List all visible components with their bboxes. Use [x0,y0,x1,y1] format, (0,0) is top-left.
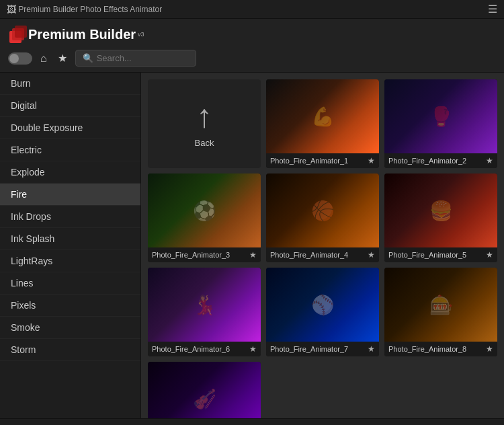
media-cell-6[interactable]: 💃Photo_Fire_Animator_6★ [148,268,261,356]
items-grid: ↑ Back 💪Photo_Fire_Animator_1★🥊Photo_Fir… [148,79,497,418]
cell-label-3: Photo_Fire_Animator_3★ [148,247,261,262]
sidebar-item-burn[interactable]: Burn [0,73,140,95]
back-arrow-icon: ↑ [196,100,212,132]
search-input[interactable] [97,53,189,63]
home-button[interactable]: ⌂ [38,51,50,66]
sidebar-item-smoke[interactable]: Smoke [0,317,140,339]
thumbnail-9: 🎻 [148,362,261,418]
sidebar-item-digital[interactable]: Digital [0,95,140,117]
sidebar-item-ink-splash[interactable]: Ink Splash [0,228,140,250]
sidebar-item-explode[interactable]: Explode [0,161,140,184]
toggle-button[interactable] [8,52,32,65]
thumbnail-4: 🏀 [266,173,379,247]
content-area: ↑ Back 💪Photo_Fire_Animator_1★🥊Photo_Fir… [141,73,504,418]
header: Premium Builder v3 ⌂ ★ 🔍 [0,19,504,73]
thumbnail-1: 💪 [266,79,379,153]
sidebar-item-lines[interactable]: Lines [0,272,140,295]
thumbnail-8: 🎰 [384,268,497,342]
cell-label-8: Photo_Fire_Animator_8★ [384,342,497,356]
brand-version: v3 [138,31,144,38]
media-cell-7[interactable]: ⚾Photo_Fire_Animator_7★ [266,268,379,356]
media-cell-9[interactable]: 🎻Photo_Fire_Animator_9★ [148,362,261,418]
sidebar-item-storm[interactable]: Storm [0,339,140,361]
media-cell-4[interactable]: 🏀Photo_Fire_Animator_4★ [266,173,379,262]
media-cell-2[interactable]: 🥊Photo_Fire_Animator_2★ [384,79,497,168]
media-cell-3[interactable]: ⚽Photo_Fire_Animator_3★ [148,173,261,262]
cell-label-5: Photo_Fire_Animator_5★ [384,247,497,262]
sidebar-item-double-exposure[interactable]: Double Exposure [0,117,140,139]
menu-icon[interactable]: ☰ [488,3,497,15]
cell-label-2: Photo_Fire_Animator_2★ [384,153,497,168]
brand-logo [8,24,28,44]
thumbnail-2: 🥊 [384,79,497,153]
sidebar-item-ink-drops[interactable]: Ink Drops [0,206,140,228]
thumbnail-6: 💃 [148,268,261,342]
svg-rect-2 [15,26,27,38]
sidebar-item-pixels[interactable]: Pixels [0,295,140,317]
back-label: Back [195,138,214,148]
sidebar-item-lightrays[interactable]: LightRays [0,250,140,272]
favorites-button[interactable]: ★ [55,50,70,66]
footer: Designed and developed by Premiumb. ⊞ ⊟ [0,418,504,425]
sidebar-item-electric[interactable]: Electric [0,139,140,161]
brand-name: Premium Builder [28,27,136,42]
title-bar: 🖼 Premium Builder Photo Effects Animator… [0,0,504,19]
sidebar: BurnDigitalDouble ExposureElectricExplod… [0,73,141,418]
cell-label-7: Photo_Fire_Animator_7★ [266,342,379,356]
media-cell-8[interactable]: 🎰Photo_Fire_Animator_8★ [384,268,497,356]
sidebar-item-fire[interactable]: Fire [0,184,140,206]
media-cell-5[interactable]: 🍔Photo_Fire_Animator_5★ [384,173,497,262]
view-grid-button[interactable]: ⊞ [457,421,468,425]
media-cell-1[interactable]: 💪Photo_Fire_Animator_1★ [266,79,379,168]
app-icon: 🖼 [7,4,16,15]
main-layout: BurnDigitalDouble ExposureElectricExplod… [0,73,504,418]
search-icon: 🔍 [83,53,93,63]
thumbnail-7: ⚾ [266,268,379,342]
search-box[interactable]: 🔍 [75,50,196,67]
thumbnail-5: 🍔 [384,173,497,247]
back-button[interactable]: ↑ Back [148,79,261,168]
thumbnail-3: ⚽ [148,173,261,247]
cell-label-6: Photo_Fire_Animator_6★ [148,342,261,356]
view-controls: ⊞ ⊟ [457,421,496,425]
view-list-button[interactable]: ⊟ [485,421,496,425]
title-bar-text: Premium Builder Photo Effects Animator [18,5,162,14]
cell-label-4: Photo_Fire_Animator_4★ [266,247,379,262]
cell-label-1: Photo_Fire_Animator_1★ [266,153,379,168]
